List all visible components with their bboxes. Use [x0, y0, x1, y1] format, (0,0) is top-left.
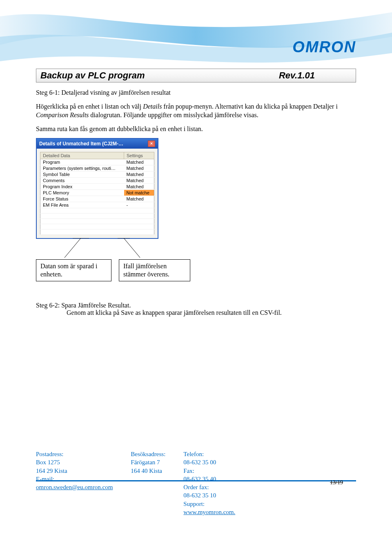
table-row[interactable]: CommentsMatched: [40, 178, 154, 184]
footer-col-visitaddress: Besöksadress: Färögatan 7 164 40 Kista: [131, 450, 165, 516]
table-row[interactable]: Force StatusMatched: [40, 196, 154, 202]
page-footer: Postadress: Box 1275 164 29 Kista E-mail…: [36, 450, 356, 516]
table-row[interactable]: Program IndexMatched: [40, 184, 154, 190]
details-dialog: Details of Unmatched Item (CJ2M-… × Deta…: [36, 138, 158, 239]
footer-col-contact: Telefon:08-632 35 00 Fax:08-632 35 40 Or…: [183, 450, 235, 516]
table-row[interactable]: Symbol TableMatched: [40, 172, 154, 178]
svg-line-3: [124, 238, 140, 258]
table-row[interactable]: Parameters (system settings, routi…Match…: [40, 165, 154, 172]
callout-match-status: Ifall jämförelsen stämmer överens.: [119, 259, 190, 281]
omron-logo: OMRON: [292, 38, 356, 56]
col-settings[interactable]: Settings: [124, 152, 154, 159]
document-title-bar: Backup av PLC program Rev.1.01: [36, 69, 356, 82]
svg-line-1: [65, 238, 81, 258]
footer-col-postaddress: Postadress: Box 1275 164 29 Kista E-mail…: [36, 450, 113, 516]
doc-revision: Rev.1.01: [279, 70, 352, 81]
table-row[interactable]: PLC MemoryNot matche: [40, 190, 154, 196]
dialog-titlebar: Details of Unmatched Item (CJ2M-… ×: [37, 139, 158, 149]
step-6-2-heading: Steg 6-2: Spara Jämförelse Resultat.: [36, 302, 356, 309]
dialog-title: Details of Unmatched Item (CJ2M-…: [39, 141, 123, 147]
col-detailed-data[interactable]: Detailed Data: [40, 152, 124, 159]
callout-arrows: [36, 238, 158, 258]
table-row[interactable]: EM File Area-: [40, 202, 154, 208]
table-row[interactable]: ProgramMatched: [40, 159, 154, 165]
details-table: Detailed Data Settings ProgramMatched Pa…: [40, 152, 154, 235]
step-6-1-heading: Steg 6-1: Detaljerad visning av jämförel…: [36, 88, 356, 97]
callout-data-saved: Datan som är sparad i enheten.: [36, 259, 111, 281]
doc-title: Backup av PLC program: [40, 70, 145, 81]
close-icon[interactable]: ×: [148, 140, 155, 147]
paragraph-doubleclick-note: Samma ruta kan fås genom att dubbelklick…: [36, 125, 356, 134]
step-6-2-body: Genom att klicka på Save as knappen spar…: [36, 309, 356, 316]
paragraph-instructions: Högerklicka på en enhet i listan och väl…: [36, 102, 356, 120]
